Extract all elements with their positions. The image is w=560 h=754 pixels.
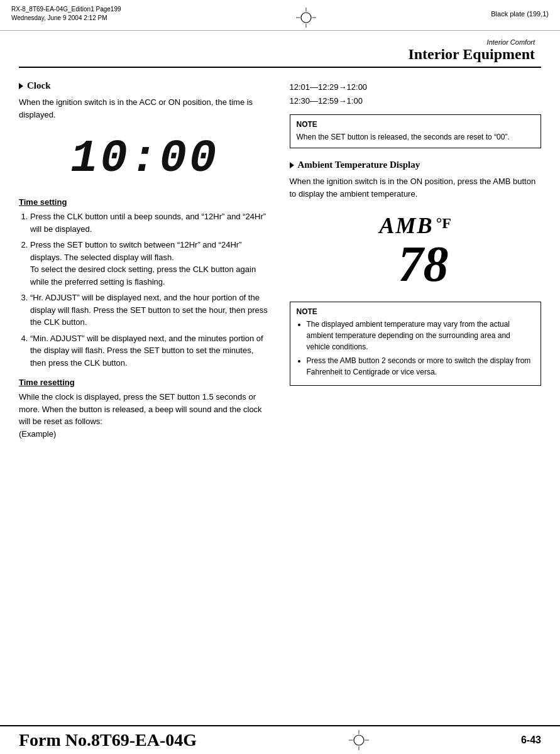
time-example-line2: 12:30—12:59→1:00 [290, 94, 542, 108]
time-setting-step4: “Min. ADJUST” will be displayed next, an… [30, 332, 271, 369]
content-area: Clock When the ignition switch is in the… [0, 68, 560, 446]
ambient-triangle-icon [290, 162, 294, 168]
right-column: 12:01—12:29→12:00 12:30—12:59→1:00 NOTE … [290, 80, 542, 446]
clock-triangle-icon [19, 83, 23, 89]
clock-display-wrapper: 10:00 [19, 133, 271, 185]
time-resetting-body: While the clock is displayed, press the … [19, 391, 271, 440]
time-setting-step3: “Hr. ADJUST” will be displayed next, and… [30, 292, 271, 329]
time-setting-list: Press the CLK button until a beep sounds… [19, 210, 271, 369]
time-setting-step2: Press the SET button to switch between “… [30, 239, 271, 288]
time-resetting-heading: Time resetting [19, 378, 271, 387]
footer-page-number: 6-43 [521, 735, 541, 746]
section-header: Interior Comfort Interior Equipment [0, 31, 560, 63]
svg-point-5 [354, 735, 364, 745]
header-center [296, 5, 316, 28]
header-right: Black plate (199,1) [491, 5, 549, 18]
footer-crosshair-icon [349, 730, 369, 750]
amb-top-row: AMB °F [380, 212, 451, 239]
amb-number: 78 [398, 239, 449, 289]
ambient-body-text: When the ignition switch is in the ON po… [290, 175, 542, 200]
time-examples: 12:01—12:29→12:00 12:30—12:59→1:00 [290, 80, 542, 108]
section-category: Interior Comfort [0, 38, 535, 46]
left-column: Clock When the ignition switch is in the… [19, 80, 271, 446]
header-left: RX-8_8T69-EA-04G_Edition1 Page199 Wednes… [11, 5, 121, 23]
amb-deg-f: °F [436, 215, 451, 232]
section-title: Interior Equipment [0, 46, 535, 63]
ambient-heading: Ambient Temperature Display [290, 160, 542, 170]
note-clock-title: NOTE [297, 120, 535, 129]
header-line2: Wednesday, June 9 2004 2:12 PM [11, 14, 121, 23]
amb-display: AMB °F 78 [380, 212, 451, 289]
svg-point-0 [301, 13, 311, 23]
time-setting-step1: Press the CLK button until a beep sounds… [30, 210, 271, 235]
time-example-line1: 12:01—12:29→12:00 [290, 80, 542, 94]
note-ambient-bullet2: Press the AMB button 2 seconds or more t… [307, 355, 535, 378]
clock-display: 10:00 [70, 133, 219, 185]
footer-form-number: Form No.8T69-EA-04G [19, 730, 197, 750]
note-ambient-box: NOTE The displayed ambient temperature m… [290, 302, 542, 386]
amb-label: AMB [380, 212, 434, 239]
header-line1: RX-8_8T69-EA-04G_Edition1 Page199 [11, 5, 121, 14]
clock-body-text: When the ignition switch is in the ACC o… [19, 96, 271, 121]
note-ambient-title: NOTE [297, 307, 535, 316]
note-clock-text: When the SET button is released, the sec… [297, 131, 535, 143]
time-setting-heading: Time setting [19, 197, 271, 207]
page-footer: Form No.8T69-EA-04G 6-43 [0, 725, 560, 754]
note-ambient-list: The displayed ambient temperature may va… [297, 319, 535, 378]
amb-display-wrapper: AMB °F 78 [290, 212, 542, 289]
note-ambient-bullet1: The displayed ambient temperature may va… [307, 319, 535, 352]
header-crosshair-icon [296, 8, 316, 28]
clock-heading: Clock [19, 80, 271, 91]
page-header: RX-8_8T69-EA-04G_Edition1 Page199 Wednes… [0, 0, 560, 31]
note-clock-box: NOTE When the SET button is released, th… [290, 114, 542, 148]
